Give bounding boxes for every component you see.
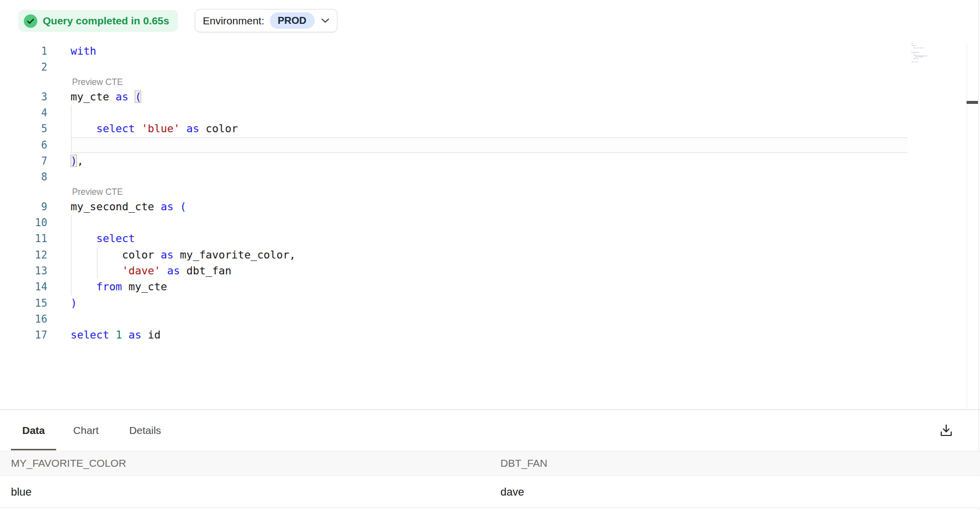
minimap-content: withmy_cte as ( select 'blue' as color),… [911, 43, 933, 62]
environment-value-badge: PROD [270, 12, 315, 29]
line-number: 3 [0, 89, 47, 105]
preview-cte-button[interactable]: Preview CTE [0, 76, 980, 89]
line-number: 15 [0, 295, 47, 311]
code-text: ) [71, 295, 77, 311]
line-number: 1 [0, 43, 47, 59]
indent-guide [71, 279, 72, 295]
code-line-6[interactable]: 6 [0, 137, 980, 153]
active-line-highlight [71, 137, 907, 153]
code-text: select [71, 231, 135, 247]
window-right-border [979, 0, 979, 510]
indent-guide [71, 137, 72, 153]
sql-editor[interactable]: 1with2Preview CTE3my_cte as (45 select '… [0, 43, 980, 343]
line-number: 8 [0, 169, 47, 185]
results-table-header: MY_FAVORITE_COLORDBT_FAN [0, 451, 980, 476]
code-line-14[interactable]: 14 from my_cte [0, 279, 980, 295]
code-line-17[interactable]: 17select 1 as id [0, 327, 980, 343]
code-line-13[interactable]: 13 'dave' as dbt_fan [0, 263, 980, 279]
editor-scrollbar-track[interactable] [967, 43, 980, 409]
line-number: 5 [0, 121, 47, 137]
indent-guide [71, 215, 72, 231]
code-line-2[interactable]: 2 [0, 59, 980, 75]
active-tab-underline [11, 449, 56, 450]
code-text: 'dave' as dbt_fan [71, 263, 232, 279]
table-cell: blue [11, 486, 500, 499]
line-number: 17 [0, 327, 47, 343]
line-number: 6 [0, 137, 47, 153]
code-line-8[interactable]: 8 [0, 169, 980, 185]
tab-chart[interactable]: Chart [59, 420, 113, 441]
editor-minimap[interactable]: withmy_cte as ( select 'blue' as color),… [911, 43, 946, 68]
chevron-down-icon [321, 16, 329, 25]
code-lines: 1with2Preview CTE3my_cte as (45 select '… [0, 43, 980, 343]
code-line-11[interactable]: 11 select [0, 231, 980, 247]
line-number: 13 [0, 263, 47, 279]
preview-cte-button[interactable]: Preview CTE [0, 185, 980, 199]
line-number: 9 [0, 199, 47, 215]
table-cell: dave [500, 486, 980, 499]
query-status-text: Query completed in 0.65s [43, 15, 169, 27]
code-line-12[interactable]: 12 color as my_favorite_color, [0, 247, 980, 263]
indent-guide [71, 231, 72, 247]
line-number: 14 [0, 279, 47, 295]
code-text: color as my_favorite_color, [71, 247, 296, 263]
panel-divider [0, 409, 980, 410]
code-text: my_cte as ( [71, 89, 141, 105]
line-number: 4 [0, 105, 47, 121]
code-line-15[interactable]: 15) [0, 295, 980, 311]
tab-data[interactable]: Data [11, 420, 56, 441]
column-header-dbt_fan: DBT_FAN [500, 457, 980, 469]
code-line-5[interactable]: 5 select 'blue' as color [0, 121, 980, 137]
indent-guide [71, 121, 72, 137]
line-number: 7 [0, 153, 47, 169]
code-line-1[interactable]: 1with [0, 43, 980, 59]
download-icon [939, 424, 953, 437]
tab-details[interactable]: Details [115, 420, 175, 441]
indent-guide [97, 247, 97, 263]
code-text: select 1 as id [71, 327, 161, 343]
check-circle-icon [24, 14, 37, 28]
indent-guide [97, 263, 97, 279]
indent-guide [71, 247, 72, 263]
code-text: my_second_cte as ( [71, 199, 186, 215]
line-number: 10 [0, 215, 47, 231]
line-number: 2 [0, 59, 47, 75]
code-text: select 'blue' as color [71, 121, 238, 137]
query-status-badge: Query completed in 0.65s [18, 10, 178, 32]
environment-selector[interactable]: Environment: PROD [195, 9, 337, 32]
code-text: ), [71, 153, 83, 169]
column-header-my_favorite_color: MY_FAVORITE_COLOR [11, 457, 500, 469]
environment-label: Environment: [203, 15, 264, 27]
dbt-query-workspace: Query completed in 0.65s Environment: PR… [0, 0, 980, 510]
code-line-9[interactable]: 9my_second_cte as ( [0, 199, 980, 215]
line-number: 11 [0, 231, 47, 247]
code-line-3[interactable]: 3my_cte as ( [0, 89, 980, 105]
indent-guide [71, 263, 72, 279]
code-text: from my_cte [71, 279, 167, 295]
line-number: 12 [0, 247, 47, 263]
code-text: with [71, 43, 96, 59]
table-row: bluedave [0, 476, 980, 508]
editor-scrollbar-thumb[interactable] [967, 101, 978, 104]
download-results-button[interactable] [936, 421, 956, 440]
code-line-4[interactable]: 4 [0, 105, 980, 121]
code-line-7[interactable]: 7), [0, 153, 980, 169]
code-line-10[interactable]: 10 [0, 215, 980, 231]
line-number: 16 [0, 311, 47, 327]
code-line-16[interactable]: 16 [0, 311, 980, 327]
indent-guide [71, 105, 72, 121]
